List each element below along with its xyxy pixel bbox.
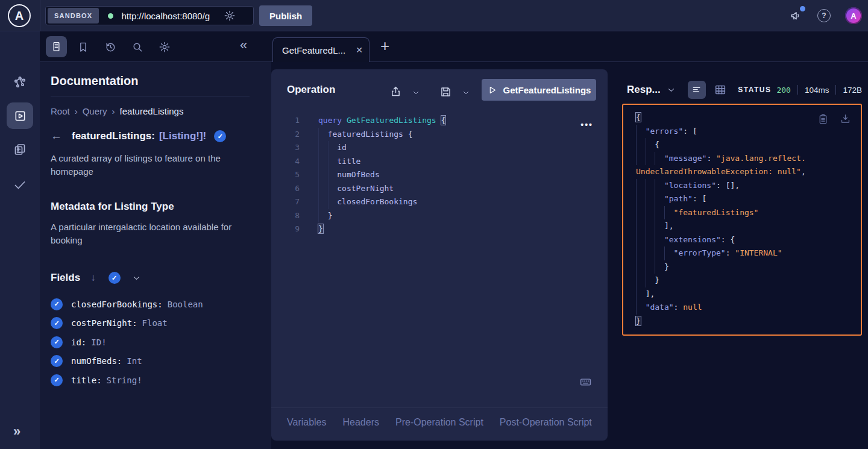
field-type-link[interactable]: Float	[142, 318, 168, 328]
collapse-panel-icon[interactable]: «	[240, 37, 247, 53]
fields-heading: Fields	[51, 272, 80, 284]
explorer-icon[interactable]	[7, 102, 33, 129]
copy-response-icon[interactable]	[817, 113, 829, 125]
field-check-icon[interactable]: ✓	[51, 374, 63, 386]
response-header: Resp... STATUS 200 104ms 172B	[627, 79, 862, 101]
editor-line-numbers: 123456789	[271, 114, 300, 236]
endpoint-bar: SANDBOX http://localhost:8080/g	[45, 6, 254, 25]
raw-view-toggle-icon[interactable]	[688, 81, 706, 99]
field-type-link[interactable]: Int	[127, 356, 142, 366]
response-chevron-down-icon[interactable]	[667, 86, 676, 95]
endpoint-url-input[interactable]: http://localhost:8080/g	[121, 11, 222, 21]
connection-status-dot	[108, 13, 113, 19]
apollo-sandbox-app: A SANDBOX http://localhost:8080/g Publis…	[0, 0, 868, 449]
doc-field-item[interactable]: ✓numOfBeds:Int	[51, 352, 254, 371]
metadata-heading: Metadata for Listing Type	[51, 201, 254, 213]
status-label: STATUS	[738, 86, 771, 94]
back-arrow-icon[interactable]: ←	[51, 130, 62, 143]
field-type-link[interactable]: ID!	[91, 338, 106, 347]
checks-icon[interactable]	[13, 178, 27, 192]
field-check-icon[interactable]: ✓	[51, 317, 63, 329]
field-check-icon[interactable]: ✓	[51, 336, 63, 348]
save-chevron-down-icon[interactable]	[462, 89, 470, 97]
divider	[797, 85, 798, 95]
user-avatar[interactable]: A	[845, 7, 862, 24]
settings-gear-icon[interactable]	[159, 41, 171, 53]
field-type-link[interactable]: Boolean	[168, 300, 203, 309]
run-operation-button[interactable]: GetFeaturedListings	[482, 79, 596, 101]
tab-variables[interactable]: Variables	[287, 417, 327, 428]
bookmark-icon[interactable]	[77, 41, 89, 53]
play-icon	[487, 85, 497, 95]
side-rail: »	[0, 31, 40, 449]
share-icon[interactable]	[389, 86, 402, 98]
documentation-panel: Documentation Root › Query › featuredLis…	[40, 62, 271, 449]
divider	[51, 96, 250, 96]
field-check-icon[interactable]: ✓	[51, 298, 63, 310]
field-name: title:	[71, 375, 102, 385]
schema-graph-icon[interactable]	[13, 75, 27, 89]
expand-sidebar-icon[interactable]: »	[13, 425, 20, 438]
close-tab-icon[interactable]: ✕	[356, 45, 363, 55]
documentation-title: Documentation	[51, 74, 254, 88]
field-selected-check-icon[interactable]: ✓	[214, 130, 226, 142]
doc-field-item[interactable]: ✓closedForBookings:Boolean	[51, 295, 254, 314]
table-view-toggle-icon[interactable]	[714, 83, 727, 96]
response-time: 104ms	[805, 86, 829, 95]
keyboard-shortcuts-icon[interactable]	[579, 375, 592, 388]
breadcrumb-separator: ›	[75, 106, 78, 116]
field-name: numOfBeds:	[71, 356, 122, 366]
operation-panel-title: Operation	[287, 84, 335, 96]
tab-pre-operation-script[interactable]: Pre-Operation Script	[395, 417, 483, 428]
field-name: id:	[71, 338, 86, 347]
response-panel: Resp... STATUS 200 104ms 172B	[622, 62, 862, 449]
new-tab-button[interactable]: +	[380, 38, 389, 54]
tab-post-operation-script[interactable]: Post-Operation Script	[500, 417, 592, 428]
operation-panel: Operation GetFeaturedListings 123456789	[271, 69, 608, 441]
save-icon[interactable]	[439, 86, 452, 98]
share-chevron-down-icon[interactable]	[412, 89, 420, 97]
field-signature: ← featuredListings: [Listing!]! ✓	[51, 130, 254, 143]
doc-field-item[interactable]: ✓title:String!	[51, 371, 254, 390]
response-status: STATUS 200 104ms 172B	[738, 85, 862, 95]
fields-chevron-down-icon[interactable]	[132, 274, 141, 283]
field-type-link[interactable]: String!	[107, 375, 142, 385]
divider	[835, 85, 836, 95]
fields-header: Fields ↓ ✓	[51, 272, 254, 284]
operation-tab[interactable]: GetFeaturedL... ✕	[272, 37, 370, 62]
notification-dot	[800, 6, 805, 11]
field-signature-name: featuredListings:	[72, 130, 155, 142]
doc-field-item[interactable]: ✓costPerNight:Float	[51, 314, 254, 333]
breadcrumb-root-link[interactable]: Root	[51, 106, 70, 116]
connection-settings-gear-icon[interactable]	[224, 10, 236, 22]
field-signature-type-link[interactable]: [Listing!]!	[159, 130, 206, 142]
announcements-megaphone-icon[interactable]	[790, 9, 803, 22]
download-response-icon[interactable]	[840, 113, 851, 125]
apollo-logo-icon: A	[8, 4, 31, 27]
help-icon[interactable]: ?	[817, 9, 831, 22]
search-icon[interactable]	[131, 41, 143, 53]
breadcrumb-query-link[interactable]: Query	[83, 106, 107, 116]
publish-button[interactable]: Publish	[259, 5, 312, 26]
editor-code[interactable]: query GetFeaturedListings { featuredList…	[318, 114, 596, 236]
field-check-icon[interactable]: ✓	[51, 355, 63, 367]
doc-field-item[interactable]: ✓id:ID!	[51, 333, 254, 352]
top-bar: A SANDBOX http://localhost:8080/g Publis…	[0, 0, 868, 31]
field-description: A curated array of listings to feature o…	[51, 152, 236, 178]
run-button-label: GetFeaturedListings	[503, 85, 591, 95]
editor-more-options-icon[interactable]: •••	[580, 120, 593, 130]
status-code: 200	[776, 86, 790, 95]
documentation-panel-icon[interactable]	[46, 36, 67, 57]
work-area: Operation GetFeaturedListings 123456789	[271, 62, 868, 449]
tab-headers[interactable]: Headers	[343, 417, 379, 428]
field-name: closedForBookings:	[71, 300, 163, 309]
field-list: ✓closedForBookings:Boolean✓costPerNight:…	[51, 295, 254, 390]
sort-descending-icon[interactable]: ↓	[90, 272, 96, 284]
select-all-fields-check-icon[interactable]: ✓	[108, 272, 121, 284]
response-title-dropdown[interactable]: Resp...	[627, 84, 661, 96]
tab-strip: « GetFeaturedL... ✕ +	[40, 31, 868, 62]
history-icon[interactable]	[104, 41, 116, 53]
changelog-icon[interactable]	[13, 142, 27, 157]
topbar-divider	[40, 0, 40, 31]
sandbox-badge: SANDBOX	[48, 8, 99, 24]
